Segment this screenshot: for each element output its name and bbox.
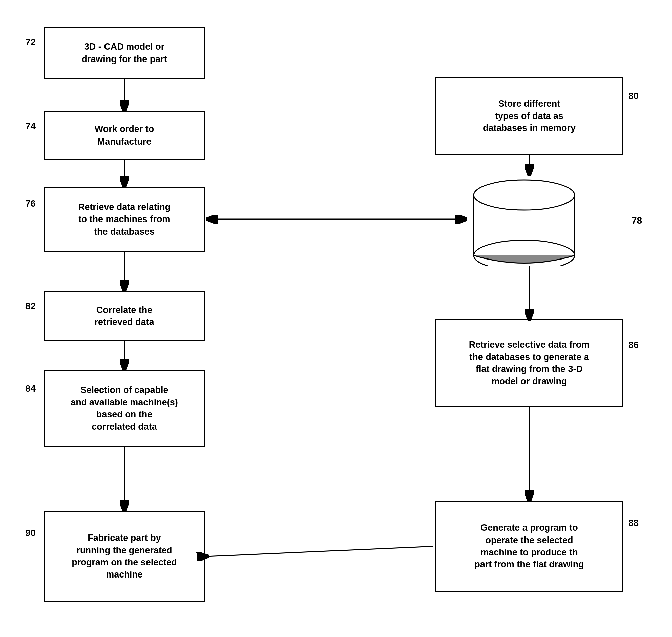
label-86: 86 — [628, 340, 639, 350]
label-72: 72 — [25, 37, 36, 48]
box-84: Selection of capableand available machin… — [44, 370, 205, 447]
label-76: 76 — [25, 198, 36, 209]
box-80: Store differenttypes of data asdatabases… — [435, 77, 623, 154]
box-82: Correlate theretrieved data — [44, 291, 205, 341]
label-80: 80 — [628, 91, 639, 102]
label-82: 82 — [25, 301, 36, 312]
box-88: Generate a program tooperate the selecte… — [435, 501, 623, 592]
box-76: Retrieve data relatingto the machines fr… — [44, 186, 205, 252]
box-72: 3D - CAD model ordrawing for the part — [44, 27, 205, 79]
box-74: Work order toManufacture — [44, 111, 205, 160]
box-86: Retrieve selective data fromthe database… — [435, 319, 623, 407]
svg-point-1 — [474, 180, 575, 210]
label-88: 88 — [628, 518, 639, 528]
diagram-container: 72 3D - CAD model ordrawing for the part… — [0, 0, 672, 637]
label-74: 74 — [25, 121, 36, 132]
svg-line-18 — [207, 546, 433, 556]
label-78: 78 — [632, 215, 642, 226]
box-90: Fabricate part byrunning the generatedpr… — [44, 511, 205, 602]
database-cylinder — [467, 175, 581, 266]
label-84: 84 — [25, 383, 36, 394]
label-90: 90 — [25, 528, 36, 539]
